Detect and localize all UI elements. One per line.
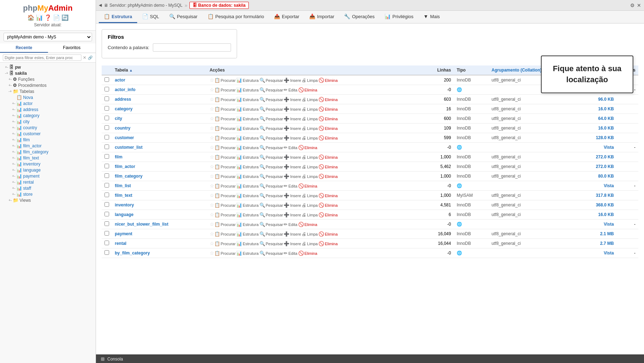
action-btn-elimina[interactable]: 🚫Elimina bbox=[318, 154, 338, 160]
action-btn-limpa[interactable]: 🖨Limpa bbox=[302, 164, 318, 169]
action-btn-limpa[interactable]: 🖨Limpa bbox=[302, 116, 318, 121]
row-checkbox[interactable] bbox=[104, 87, 109, 91]
action-btn-elimina[interactable]: 🚫Elimina bbox=[318, 164, 338, 169]
favorite-icon[interactable]: ☆ bbox=[210, 125, 214, 131]
action-btn-elimina[interactable]: 🚫Elimina bbox=[298, 145, 317, 150]
table-name-link[interactable]: language bbox=[115, 212, 134, 217]
help-icon[interactable]: ❓ bbox=[44, 14, 52, 21]
sidebar-toggle-btn[interactable]: ◀ bbox=[99, 3, 102, 7]
favorite-icon[interactable]: ☆ bbox=[210, 193, 214, 198]
tree-item-language[interactable]: +- 📊 language bbox=[0, 167, 96, 173]
action-btn-edita[interactable]: ✏Edita bbox=[284, 183, 297, 189]
tree-item-payment[interactable]: +- 📊 payment bbox=[0, 173, 96, 179]
tree-item-category[interactable]: +- 📊 category bbox=[0, 112, 96, 119]
table-name-link[interactable]: address bbox=[115, 97, 131, 102]
action-btn-elimina[interactable]: 🚫Elimina bbox=[318, 106, 338, 112]
action-btn-estrutura[interactable]: 📊Estrutura bbox=[236, 174, 259, 179]
action-btn-limpa[interactable]: 🖨Limpa bbox=[302, 135, 318, 141]
action-btn-insere[interactable]: ➕Insere bbox=[284, 174, 301, 179]
action-btn-elimina[interactable]: 🚫Elimina bbox=[318, 212, 338, 217]
table-name-link[interactable]: film_actor bbox=[115, 164, 135, 169]
tab-recente[interactable]: Recente bbox=[0, 43, 48, 53]
filter-word-input[interactable] bbox=[153, 43, 231, 52]
tree-item-pw[interactable]: +- 🗄 pw bbox=[0, 64, 96, 70]
action-btn-limpa[interactable]: 🖨Limpa bbox=[302, 231, 318, 237]
tree-item-film_text[interactable]: +- 📊 film_text bbox=[0, 155, 96, 161]
action-btn-procurar[interactable]: 📋Procurar bbox=[214, 183, 236, 189]
favorite-icon[interactable]: ☆ bbox=[210, 250, 214, 256]
tree-item-actor[interactable]: +- 📊 actor bbox=[0, 100, 96, 106]
tab-exportar[interactable]: 📤 Exportar bbox=[269, 11, 304, 23]
action-btn-insere[interactable]: ➕Insere bbox=[284, 231, 301, 237]
action-btn-elimina[interactable]: 🚫Elimina bbox=[318, 135, 338, 141]
action-btn-elimina[interactable]: 🚫Elimina bbox=[318, 193, 338, 198]
action-btn-pesquisar[interactable]: 🔍Pesquisar bbox=[259, 87, 283, 93]
action-btn-procurar[interactable]: 📋Procurar bbox=[214, 116, 236, 121]
table-name-link[interactable]: payment bbox=[115, 231, 132, 236]
table-name-link[interactable]: film bbox=[115, 154, 122, 159]
table-name-link[interactable]: actor bbox=[115, 78, 125, 83]
row-checkbox[interactable] bbox=[104, 144, 109, 149]
action-btn-procurar[interactable]: 📋Procurar bbox=[214, 97, 236, 102]
action-btn-elimina[interactable]: 🚫Elimina bbox=[318, 231, 338, 237]
table-name-link[interactable]: film_list bbox=[115, 183, 131, 188]
tree-item-film_category[interactable]: +- 📊 film_category bbox=[0, 149, 96, 155]
tree-item-procedimentos[interactable]: +- ⚙ Procedimentos bbox=[0, 82, 96, 88]
row-checkbox[interactable] bbox=[104, 231, 109, 236]
tree-item-city[interactable]: +- 📊 city bbox=[0, 119, 96, 125]
row-checkbox[interactable] bbox=[104, 116, 109, 120]
action-btn-estrutura[interactable]: 📊Estrutura bbox=[236, 106, 259, 112]
row-checkbox[interactable] bbox=[104, 106, 109, 111]
action-btn-limpa[interactable]: 🖨Limpa bbox=[302, 154, 318, 160]
favorite-icon[interactable]: ☆ bbox=[210, 202, 214, 208]
favorite-icon[interactable]: ☆ bbox=[210, 96, 214, 102]
action-btn-pesquisar[interactable]: 🔍Pesquisar bbox=[259, 116, 283, 121]
tab-sql[interactable]: 📄 SQL bbox=[137, 11, 164, 23]
filter-clear-icon[interactable]: ✕ bbox=[83, 55, 86, 60]
action-btn-elimina[interactable]: 🚫Elimina bbox=[318, 78, 338, 83]
action-btn-procurar[interactable]: 📋Procurar bbox=[214, 164, 236, 169]
action-btn-pesquisar[interactable]: 🔍Pesquisar bbox=[259, 231, 283, 237]
action-btn-estrutura[interactable]: 📊Estrutura bbox=[236, 231, 259, 237]
action-btn-elimina[interactable]: 🚫Elimina bbox=[318, 241, 338, 246]
row-checkbox[interactable] bbox=[104, 183, 109, 188]
action-btn-pesquisar[interactable]: 🔍Pesquisar bbox=[259, 241, 283, 246]
chart-icon[interactable]: 📊 bbox=[36, 14, 43, 21]
action-btn-elimina[interactable]: 🚫Elimina bbox=[318, 116, 338, 121]
action-btn-insere[interactable]: ➕Insere bbox=[284, 164, 301, 169]
tree-item-film_actor[interactable]: +- 📊 film_actor bbox=[0, 143, 96, 149]
action-btn-procurar[interactable]: 📋Procurar bbox=[214, 154, 236, 160]
action-btn-procurar[interactable]: 📋Procurar bbox=[214, 193, 236, 198]
action-btn-limpa[interactable]: 🖨Limpa bbox=[302, 241, 318, 246]
favorite-icon[interactable]: ☆ bbox=[210, 164, 214, 169]
table-name-link[interactable]: customer bbox=[115, 135, 134, 140]
tab-mais[interactable]: ▼ Mais bbox=[418, 11, 445, 23]
action-btn-limpa[interactable]: 🖨Limpa bbox=[302, 193, 318, 198]
action-btn-limpa[interactable]: 🖨Limpa bbox=[302, 212, 318, 217]
row-checkbox[interactable] bbox=[104, 77, 109, 82]
tab-pesquisar[interactable]: 🔍 Pesquisar bbox=[164, 11, 203, 23]
action-btn-procurar[interactable]: 📋Procurar bbox=[214, 145, 236, 150]
action-btn-pesquisar[interactable]: 🔍Pesquisar bbox=[259, 154, 283, 160]
action-btn-pesquisar[interactable]: 🔍Pesquisar bbox=[259, 106, 283, 112]
favorite-icon[interactable]: ☆ bbox=[210, 212, 214, 217]
action-btn-pesquisar[interactable]: 🔍Pesquisar bbox=[259, 174, 283, 179]
action-btn-procurar[interactable]: 📋Procurar bbox=[214, 78, 236, 83]
exit-button[interactable]: ✕ bbox=[637, 2, 641, 8]
row-checkbox[interactable] bbox=[104, 241, 109, 245]
tree-item-nova[interactable]: 📋 Nova bbox=[0, 94, 96, 100]
action-btn-pesquisar[interactable]: 🔍Pesquisar bbox=[259, 126, 283, 131]
action-btn-pesquisar[interactable]: 🔍Pesquisar bbox=[259, 183, 283, 189]
action-btn-limpa[interactable]: 🖨Limpa bbox=[302, 97, 318, 102]
tree-item-tabelas[interactable]: -+ 📁 Tabelas bbox=[0, 88, 96, 94]
action-btn-limpa[interactable]: 🖨Limpa bbox=[302, 78, 318, 83]
action-btn-edita[interactable]: ✏Edita bbox=[284, 145, 297, 150]
action-btn-pesquisar[interactable]: 🔍Pesquisar bbox=[259, 193, 283, 198]
action-btn-pesquisar[interactable]: 🔍Pesquisar bbox=[259, 202, 283, 208]
action-btn-estrutura[interactable]: 📊Estrutura bbox=[236, 183, 259, 189]
table-name-link[interactable]: actor_info bbox=[115, 87, 135, 92]
action-btn-estrutura[interactable]: 📊Estrutura bbox=[236, 154, 259, 160]
action-btn-elimina[interactable]: 🚫Elimina bbox=[298, 251, 317, 256]
action-btn-estrutura[interactable]: 📊Estrutura bbox=[236, 135, 259, 141]
action-btn-estrutura[interactable]: 📊Estrutura bbox=[236, 241, 259, 246]
